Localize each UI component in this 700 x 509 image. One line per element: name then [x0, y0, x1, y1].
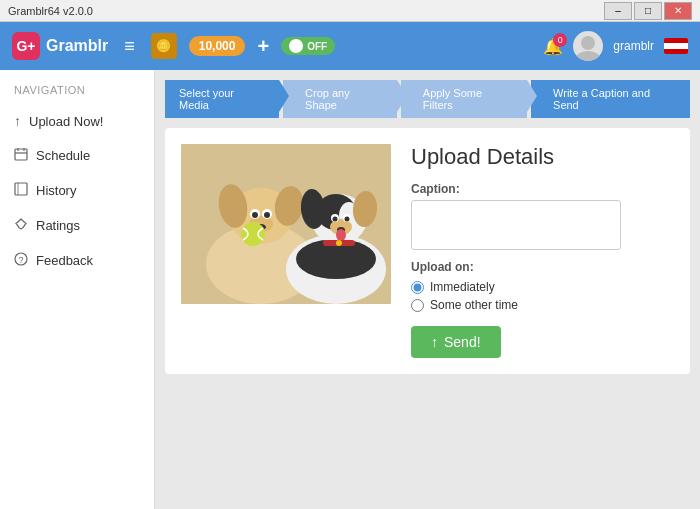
step-send-label: Write a Caption and Send: [553, 87, 676, 111]
upload-details-title: Upload Details: [411, 144, 674, 170]
maximize-button[interactable]: □: [634, 2, 662, 20]
content-area: Select your Media Crop any Shape Apply S…: [155, 70, 700, 509]
header-right: 🔔 0 gramblr: [543, 31, 688, 61]
caption-label: Caption:: [411, 182, 674, 196]
toggle-label: OFF: [307, 41, 327, 52]
step-filters[interactable]: Apply Some Filters: [401, 80, 527, 118]
dog-image: [181, 144, 391, 304]
step-filters-label: Apply Some Filters: [423, 87, 513, 111]
logo-icon: G+: [12, 32, 40, 60]
svg-point-20: [264, 212, 270, 218]
upload-details-panel: Upload Details Caption: Upload on: Immed…: [411, 144, 674, 358]
svg-point-37: [336, 240, 342, 246]
app-title: Gramblr64 v2.0.0: [8, 5, 93, 17]
svg-point-33: [333, 217, 338, 222]
coins-display: 10,000: [189, 36, 246, 56]
hamburger-button[interactable]: ≡: [120, 32, 139, 61]
sidebar-item-feedback[interactable]: ? Feedback: [0, 243, 154, 278]
coins-value: 10,000: [199, 39, 236, 53]
main-layout: Navigation ↑ Upload Now! Schedule Histor…: [0, 70, 700, 509]
upload-card: Upload Details Caption: Upload on: Immed…: [165, 128, 690, 374]
sidebar-item-schedule[interactable]: Schedule: [0, 138, 154, 173]
send-button-label: Send!: [444, 334, 481, 350]
radio-other-time[interactable]: Some other time: [411, 298, 674, 312]
upload-on-label: Upload on:: [411, 260, 674, 274]
titlebar: Gramblr64 v2.0.0 – □ ✕: [0, 0, 700, 22]
send-icon: ↑: [431, 334, 438, 350]
window-controls: – □ ✕: [604, 2, 692, 20]
svg-point-1: [576, 51, 600, 61]
svg-point-19: [252, 212, 258, 218]
svg-point-21: [241, 222, 265, 246]
notification-button[interactable]: 🔔 0: [543, 37, 563, 56]
sidebar-item-feedback-label: Feedback: [36, 253, 93, 268]
step-shape[interactable]: Crop any Shape: [283, 80, 397, 118]
minimize-button[interactable]: –: [604, 2, 632, 20]
step-media-label: Select your Media: [179, 87, 265, 111]
app-name: Gramblr: [46, 37, 108, 55]
close-button[interactable]: ✕: [664, 2, 692, 20]
notification-badge: 0: [553, 33, 567, 47]
dog-image-svg: [181, 144, 391, 304]
coins-icon: 🪙: [151, 33, 177, 59]
sidebar-item-ratings-label: Ratings: [36, 218, 80, 233]
send-button[interactable]: ↑ Send!: [411, 326, 501, 358]
svg-rect-6: [15, 183, 27, 195]
radio-immediately-input[interactable]: [411, 281, 424, 294]
svg-text:?: ?: [18, 255, 23, 265]
radio-group: Immediately Some other time: [411, 280, 674, 312]
nav-label: Navigation: [0, 80, 154, 104]
step-shape-label: Crop any Shape: [305, 87, 383, 111]
svg-point-34: [345, 217, 350, 222]
sidebar: Navigation ↑ Upload Now! Schedule Histor…: [0, 70, 155, 509]
sidebar-item-history[interactable]: History: [0, 173, 154, 208]
ratings-icon: [14, 217, 28, 234]
radio-immediately[interactable]: Immediately: [411, 280, 674, 294]
history-icon: [14, 182, 28, 199]
radio-other-time-input[interactable]: [411, 299, 424, 312]
schedule-icon: [14, 147, 28, 164]
username-label: gramblr: [613, 39, 654, 53]
sidebar-item-schedule-label: Schedule: [36, 148, 90, 163]
flag-icon: [664, 38, 688, 54]
radio-immediately-label: Immediately: [430, 280, 495, 294]
toggle-switch[interactable]: OFF: [281, 37, 335, 55]
header: G+ Gramblr ≡ 🪙 10,000 + OFF 🔔 0 gramblr: [0, 22, 700, 70]
add-button[interactable]: +: [257, 35, 269, 58]
svg-point-35: [336, 229, 346, 241]
steps-bar: Select your Media Crop any Shape Apply S…: [165, 80, 690, 118]
radio-other-time-label: Some other time: [430, 298, 518, 312]
svg-rect-2: [15, 149, 27, 160]
app-logo: G+ Gramblr: [12, 32, 108, 60]
avatar: [573, 31, 603, 61]
toggle-circle: [289, 39, 303, 53]
sidebar-item-ratings[interactable]: Ratings: [0, 208, 154, 243]
step-media[interactable]: Select your Media: [165, 80, 279, 118]
upload-icon: ↑: [14, 113, 21, 129]
feedback-icon: ?: [14, 252, 28, 269]
sidebar-item-upload[interactable]: ↑ Upload Now!: [0, 104, 154, 138]
svg-point-0: [581, 36, 595, 50]
sidebar-item-history-label: History: [36, 183, 76, 198]
avatar-icon: [573, 31, 603, 61]
caption-input[interactable]: [411, 200, 621, 250]
sidebar-item-upload-label: Upload Now!: [29, 114, 103, 129]
step-send[interactable]: Write a Caption and Send: [531, 80, 690, 118]
